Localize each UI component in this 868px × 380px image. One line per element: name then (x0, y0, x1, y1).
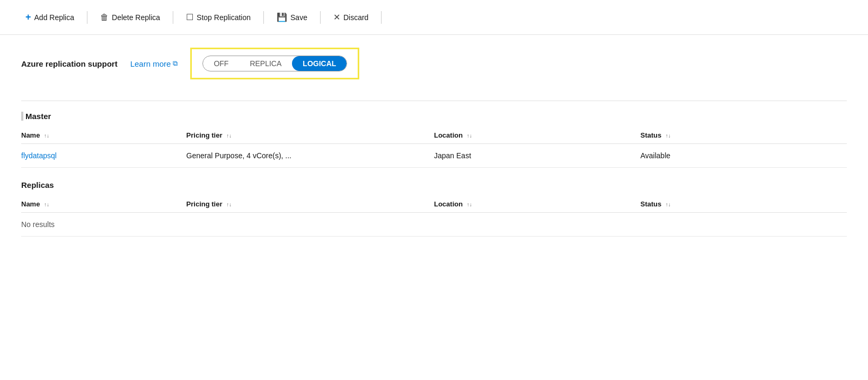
close-icon: ✕ (333, 12, 340, 22)
replication-toggle-group: OFF REPLICA LOGICAL (202, 56, 347, 71)
external-link-icon: ⧉ (173, 59, 178, 68)
replication-support-row: Azure replication support Learn more ⧉ O… (21, 48, 847, 88)
discard-label: Discard (343, 13, 368, 22)
sort-icon-replicas-pricing[interactable]: ↑↓ (226, 202, 232, 207)
stop-replication-label: Stop Replication (197, 13, 251, 22)
learn-more-link[interactable]: Learn more ⧉ (130, 59, 178, 68)
sort-icon-replicas-status[interactable]: ↑↓ (666, 202, 671, 207)
plus-icon: + (25, 12, 31, 23)
stop-replication-button[interactable]: ☐ Stop Replication (182, 9, 255, 25)
stop-icon: ☐ (186, 12, 193, 22)
toggle-off[interactable]: OFF (203, 56, 239, 71)
replication-support-label: Azure replication support (21, 59, 118, 68)
replicas-col-name: Name ↑↓ (21, 196, 187, 213)
replicas-section: Replicas (21, 180, 847, 189)
toolbar-divider-5 (381, 11, 382, 24)
master-table: Name ↑↓ Pricing tier ↑↓ Location ↑↓ Stat… (21, 127, 847, 168)
add-replica-label: Add Replica (34, 13, 75, 22)
master-divider (21, 101, 847, 101)
replicas-col-location: Location ↑↓ (434, 196, 641, 213)
master-section: Master (21, 112, 847, 121)
replication-toggle-wrapper: OFF REPLICA LOGICAL (190, 48, 359, 79)
sort-icon-name[interactable]: ↑↓ (44, 133, 49, 139)
delete-replica-label: Delete Replica (112, 13, 160, 22)
main-content: Azure replication support Learn more ⧉ O… (0, 35, 868, 262)
delete-replica-button[interactable]: 🗑 Delete Replica (96, 10, 164, 25)
toolbar-divider-2 (173, 11, 173, 24)
sort-icon-replicas-location[interactable]: ↑↓ (467, 202, 472, 207)
master-heading: Master (25, 112, 847, 121)
discard-button[interactable]: ✕ Discard (329, 9, 373, 25)
master-table-row: flydatapsql General Purpose, 4 vCore(s),… (21, 144, 847, 168)
replicas-no-results: No results (21, 213, 847, 237)
master-col-location: Location ↑↓ (434, 127, 641, 144)
toolbar-divider-3 (263, 11, 264, 24)
learn-more-label: Learn more (130, 59, 171, 68)
save-icon: 💾 (277, 12, 287, 22)
sort-icon-replicas-name[interactable]: ↑↓ (44, 202, 49, 207)
save-label: Save (290, 13, 307, 22)
master-table-header-row: Name ↑↓ Pricing tier ↑↓ Location ↑↓ Stat… (21, 127, 847, 144)
replicas-col-status: Status ↑↓ (640, 196, 847, 213)
master-row-location: Japan East (434, 144, 641, 168)
trash-icon: 🗑 (100, 13, 109, 22)
save-button[interactable]: 💾 Save (272, 9, 312, 25)
toolbar-divider-4 (320, 11, 321, 24)
master-row-name[interactable]: flydatapsql (21, 144, 187, 168)
add-replica-button[interactable]: + Add Replica (21, 8, 78, 26)
master-col-name: Name ↑↓ (21, 127, 187, 144)
replicas-table: Name ↑↓ Pricing tier ↑↓ Location ↑↓ Stat… (21, 196, 847, 237)
master-col-pricing: Pricing tier ↑↓ (187, 127, 434, 144)
replicas-table-header-row: Name ↑↓ Pricing tier ↑↓ Location ↑↓ Stat… (21, 196, 847, 213)
master-row-pricing: General Purpose, 4 vCore(s), ... (187, 144, 434, 168)
toggle-replica[interactable]: REPLICA (239, 56, 292, 71)
master-col-status: Status ↑↓ (640, 127, 847, 144)
replicas-heading: Replicas (21, 180, 847, 189)
replicas-no-results-row: No results (21, 213, 847, 237)
sort-icon-status[interactable]: ↑↓ (666, 133, 671, 139)
replicas-col-pricing: Pricing tier ↑↓ (187, 196, 434, 213)
toolbar-divider-1 (87, 11, 87, 24)
sort-icon-pricing[interactable]: ↑↓ (226, 133, 232, 139)
toggle-logical[interactable]: LOGICAL (292, 56, 347, 71)
master-row-status: Available (640, 144, 847, 168)
sort-icon-location[interactable]: ↑↓ (467, 133, 472, 139)
toolbar: + Add Replica 🗑 Delete Replica ☐ Stop Re… (0, 0, 868, 35)
